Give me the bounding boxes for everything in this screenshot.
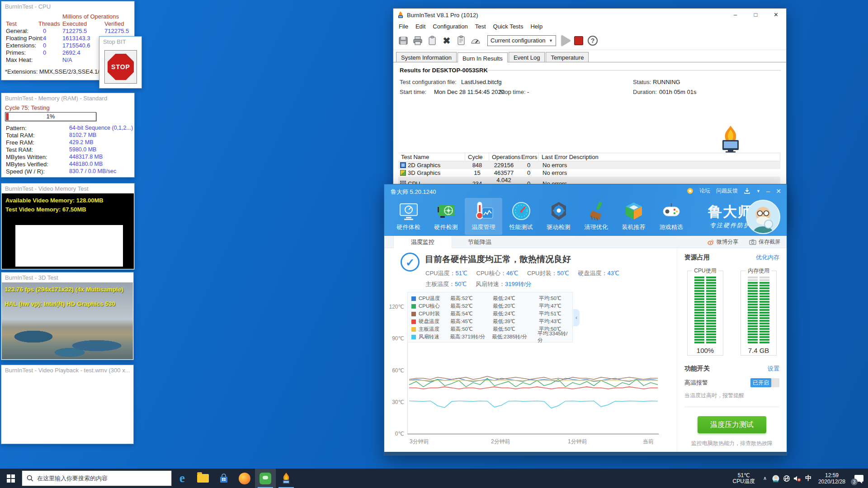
- cpu-row-threads: 0: [43, 42, 46, 49]
- memory-row-label: Total RAM:: [6, 132, 35, 139]
- tab-burn-in-results[interactable]: Burn In Results: [458, 52, 508, 62]
- masterlu-close-button[interactable]: ✕: [776, 188, 781, 195]
- taskbar-masterlu[interactable]: [255, 469, 276, 488]
- start-test-button[interactable]: [561, 35, 571, 46]
- menu-test[interactable]: Test: [472, 22, 490, 31]
- nav-temperature-manage[interactable]: 温度管理: [465, 198, 502, 235]
- action-center-button[interactable]: 3: [850, 469, 868, 488]
- taskbar-store[interactable]: [213, 469, 234, 488]
- tray-network-icon[interactable]: [781, 469, 792, 488]
- tray-clock[interactable]: 12:59 2020/12/28: [814, 472, 850, 485]
- ime-label: 中: [805, 474, 811, 483]
- masterlu-avatar[interactable]: [746, 200, 780, 234]
- tray-ime-indicator[interactable]: 中: [803, 469, 814, 488]
- tab-temperature[interactable]: Temperature: [546, 52, 589, 62]
- test-certificate-button[interactable]: [455, 34, 467, 47]
- help-button[interactable]: ?: [588, 36, 598, 46]
- nav-pc-build[interactable]: 装机推荐: [615, 198, 652, 235]
- 3d-window-titlebar[interactable]: BurnInTest - 3D Test: [1, 272, 133, 282]
- export-results-button[interactable]: [397, 34, 410, 47]
- delete-results-button[interactable]: ✖: [440, 34, 453, 47]
- tab-event-log[interactable]: Event Log: [509, 52, 545, 62]
- nav-hardware-detect[interactable]: 硬件检测: [427, 198, 465, 235]
- cpu-window-titlebar[interactable]: BurnInTest - CPU: [1, 1, 134, 11]
- stop-test-button[interactable]: [574, 36, 583, 45]
- memory-row-value: 448317.8 MB: [69, 154, 103, 160]
- tab-energy-cooling[interactable]: 节能降温: [453, 236, 507, 248]
- forum-link[interactable]: 论坛: [699, 187, 710, 195]
- maximize-button[interactable]: □: [745, 9, 766, 21]
- temp-readings-line1: CPU温度：51℃ CPU核心：46℃ CPU封装：50℃ 硬盘温度：43℃: [425, 269, 627, 277]
- main-titlebar[interactable]: BurnInTest V8.1 Pro (1012) – □ ✕: [393, 9, 786, 21]
- table-row[interactable]: 3D Graphics 154635770No errors: [398, 169, 780, 177]
- folder-icon: [197, 474, 209, 483]
- stop-window-titlebar[interactable]: Stop BIT: [99, 37, 142, 47]
- masterlu-nav: 硬件体检 硬件检测 温度管理 性能测试 驱动检测 清理优化: [390, 198, 690, 235]
- taskbar-file-explorer[interactable]: [193, 469, 213, 488]
- tab-system-information[interactable]: System Information: [396, 52, 457, 62]
- taskbar-burnintest[interactable]: [276, 469, 297, 488]
- alarm-caption: 当温度过高时，报警提醒: [684, 392, 779, 399]
- col-test-name[interactable]: Test Name: [398, 153, 465, 161]
- cpu-row-threads: 0: [43, 28, 46, 34]
- legend-collapse-button[interactable]: ‹: [573, 309, 580, 326]
- feedback-link[interactable]: 问题反馈: [716, 187, 738, 195]
- table-row[interactable]: CPU 2344.042 Trillion0No errors: [398, 177, 780, 184]
- menu-configuration[interactable]: Configuration: [429, 22, 471, 31]
- memory-row-label: Speed (W / R):: [6, 168, 45, 175]
- tray-cpu-temp[interactable]: 51℃ CPU温度: [728, 473, 760, 484]
- video-memory-titlebar[interactable]: BurnInTest - Video Memory Test: [1, 183, 134, 193]
- download-icon[interactable]: [744, 188, 750, 194]
- cpu-col-executed: Executed: [62, 20, 87, 27]
- nav-clean-optimize[interactable]: 清理优化: [577, 198, 615, 235]
- copy-results-button[interactable]: [426, 34, 439, 47]
- menu-file[interactable]: File: [395, 22, 412, 31]
- weibo-share-action[interactable]: 微博分享: [708, 238, 738, 246]
- menu-dropdown-icon[interactable]: ▼: [756, 189, 760, 193]
- playback-titlebar[interactable]: BurnInTest - Video Playback - test.wmv (…: [1, 365, 133, 375]
- config-file-label: Test configuration file:: [400, 79, 457, 85]
- stop-bit-button[interactable]: STOP: [104, 50, 137, 84]
- col-operations[interactable]: Operations: [489, 153, 519, 161]
- nav-driver-detect[interactable]: 驱动检测: [540, 198, 577, 235]
- cpu-col-verified: Verified: [104, 20, 124, 27]
- video-memory-line2: Test Video Memory: 67.50MB: [5, 206, 86, 213]
- print-button[interactable]: [411, 34, 424, 47]
- tab-temp-monitor[interactable]: 温度监控: [393, 236, 452, 248]
- tray-masterlu-icon[interactable]: [770, 469, 781, 488]
- gauge-button[interactable]: [469, 34, 482, 47]
- table-row[interactable]: 2D Graphics 8482291560No errors: [398, 161, 780, 169]
- high-temp-alarm-toggle[interactable]: 已开启: [750, 378, 779, 387]
- nav-game-select[interactable]: 游戏精选: [652, 198, 690, 235]
- save-screenshot-action[interactable]: 保存截屏: [749, 238, 780, 246]
- menu-help[interactable]: Help: [527, 22, 546, 31]
- temp-stress-test-button[interactable]: 温度压力测试: [698, 416, 766, 433]
- settings-link[interactable]: 设置: [768, 365, 779, 373]
- optimize-memory-link[interactable]: 优化内存: [756, 253, 779, 262]
- nav-performance-test[interactable]: 性能测试: [502, 198, 540, 235]
- nav-hardware-exam[interactable]: 硬件体检: [390, 198, 427, 235]
- col-errors[interactable]: Errors: [519, 153, 539, 161]
- masterlu-header[interactable]: 鲁大师 5.20.1240 论坛 问题反馈 ▼ – ✕ 硬件体检 硬件检测 温度…: [384, 184, 787, 236]
- taskbar-search-box[interactable]: 在这里输入你要搜索的内容: [22, 470, 172, 486]
- configuration-dropdown[interactable]: Current configuration▼: [487, 35, 556, 46]
- minimize-button[interactable]: –: [725, 9, 745, 21]
- menu-edit[interactable]: Edit: [412, 22, 429, 31]
- tray-volume-muted-icon[interactable]: [792, 469, 803, 488]
- legend-row: CPU温度最高:52℃最低:24℃平均:50℃: [408, 295, 572, 302]
- col-cycle[interactable]: Cycle: [465, 153, 489, 161]
- col-last-error[interactable]: Last Error Description: [539, 153, 780, 161]
- start-button[interactable]: [0, 469, 22, 488]
- masterlu-minimize-button[interactable]: –: [766, 187, 770, 195]
- taskbar-firefox[interactable]: [234, 469, 255, 488]
- cpu-row-label: Floating Point:: [6, 35, 43, 42]
- results-group-title: Results for DESKTOP-0053SRK: [400, 67, 488, 74]
- main-toolbar: ✖ Current configuration▼ ?: [393, 31, 786, 50]
- memory-window-titlebar[interactable]: BurnInTest - Memory (RAM) - Standard: [1, 93, 134, 103]
- duration-label: Duration:: [633, 89, 657, 95]
- close-button[interactable]: ✕: [766, 9, 786, 21]
- taskbar-edge[interactable]: e: [172, 469, 193, 488]
- cpu-row-threads: 4: [43, 35, 46, 42]
- menu-quick-tests[interactable]: Quick Tests: [490, 22, 527, 31]
- tray-chevron-up-icon[interactable]: ∧: [760, 469, 770, 488]
